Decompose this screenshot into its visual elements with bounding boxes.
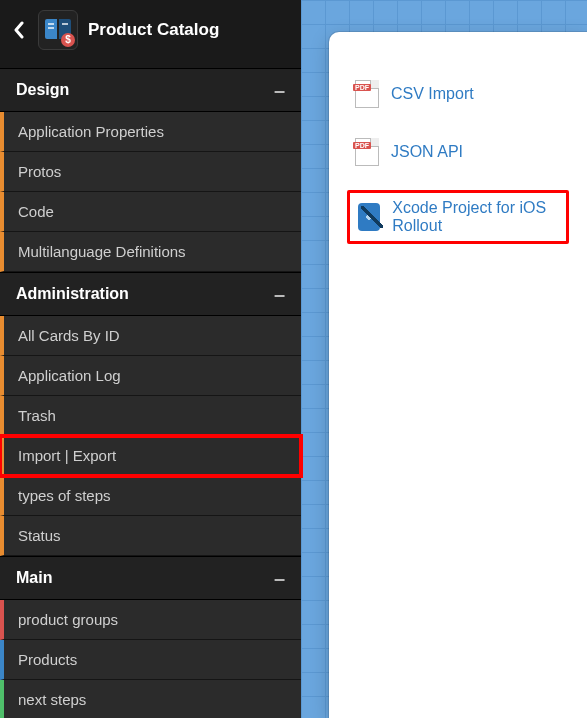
- pdf-icon: [355, 138, 379, 166]
- collapse-icon: –: [274, 289, 285, 299]
- sidebar-item-label: Products: [18, 651, 77, 668]
- section-header-administration[interactable]: Administration –: [0, 272, 301, 316]
- sidebar-item-application-properties[interactable]: Application Properties: [0, 112, 301, 152]
- section-header-main[interactable]: Main –: [0, 556, 301, 600]
- pdf-icon: [355, 80, 379, 108]
- panel-item-json-api[interactable]: JSON API: [347, 132, 569, 172]
- collapse-icon: –: [274, 573, 285, 583]
- sidebar-item-multilanguage-definitions[interactable]: Multilanguage Definitions: [0, 232, 301, 272]
- panel-item-label: Xcode Project for iOS Rollout: [392, 199, 558, 235]
- sidebar-item-label: Status: [18, 527, 61, 544]
- app-title: Product Catalog: [88, 20, 219, 40]
- sidebar-item-label: Application Properties: [18, 123, 164, 140]
- sidebar-item-trash[interactable]: Trash: [0, 396, 301, 436]
- workspace: CSV Import JSON API Xcode Project for iO…: [301, 0, 587, 718]
- panel-item-csv-import[interactable]: CSV Import: [347, 74, 569, 114]
- sidebar-item-code[interactable]: Code: [0, 192, 301, 232]
- sidebar-item-label: Import | Export: [18, 447, 116, 464]
- panel-item-label: CSV Import: [391, 85, 474, 103]
- sidebar-item-label: types of steps: [18, 487, 111, 504]
- sidebar-item-types-of-steps[interactable]: types of steps: [0, 476, 301, 516]
- panel-item-label: JSON API: [391, 143, 463, 161]
- sidebar-item-import-export[interactable]: Import | Export: [0, 436, 301, 476]
- content-panel: CSV Import JSON API Xcode Project for iO…: [329, 32, 587, 718]
- section-title: Administration: [16, 285, 129, 303]
- sidebar-item-status[interactable]: Status: [0, 516, 301, 556]
- xcode-icon: [358, 203, 380, 231]
- sidebar-item-all-cards-by-id[interactable]: All Cards By ID: [0, 316, 301, 356]
- sidebar-item-protos[interactable]: Protos: [0, 152, 301, 192]
- sidebar-item-label: Trash: [18, 407, 56, 424]
- sidebar-item-application-log[interactable]: Application Log: [0, 356, 301, 396]
- sidebar-item-label: All Cards By ID: [18, 327, 120, 344]
- section-title: Design: [16, 81, 69, 99]
- sidebar-item-label: Code: [18, 203, 54, 220]
- sidebar-header: $ Product Catalog: [0, 0, 301, 68]
- sidebar-item-next-steps[interactable]: next steps: [0, 680, 301, 718]
- catalog-book-icon: $: [45, 17, 71, 43]
- collapse-icon: –: [274, 85, 285, 95]
- sidebar-item-label: next steps: [18, 691, 86, 708]
- sidebar-item-product-groups[interactable]: product groups: [0, 600, 301, 640]
- sidebar-item-label: product groups: [18, 611, 118, 628]
- sidebar-item-label: Protos: [18, 163, 61, 180]
- section-title: Main: [16, 569, 52, 587]
- section-header-design[interactable]: Design –: [0, 68, 301, 112]
- sidebar-item-label: Application Log: [18, 367, 121, 384]
- sidebar-item-products[interactable]: Products: [0, 640, 301, 680]
- back-button[interactable]: [10, 18, 28, 42]
- sidebar: $ Product Catalog Design – Application P…: [0, 0, 301, 718]
- panel-item-xcode-project[interactable]: Xcode Project for iOS Rollout: [347, 190, 569, 244]
- sidebar-item-label: Multilanguage Definitions: [18, 243, 186, 260]
- app-icon[interactable]: $: [38, 10, 78, 50]
